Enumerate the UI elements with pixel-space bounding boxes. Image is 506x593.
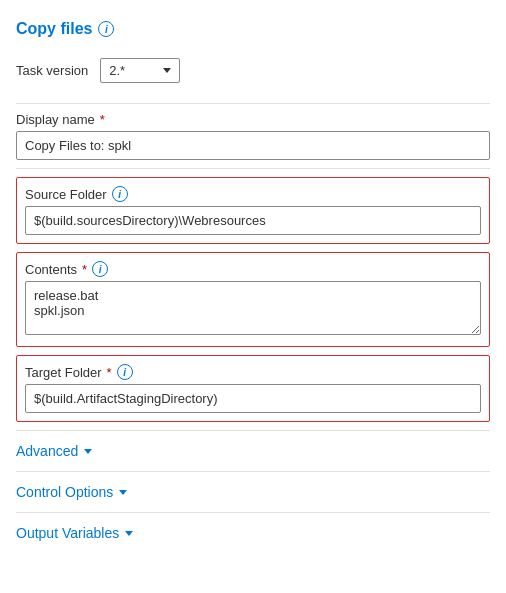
advanced-chevron-icon <box>84 449 92 454</box>
source-folder-label: Source Folder <box>25 187 107 202</box>
target-folder-label-row: Target Folder * i <box>25 364 481 380</box>
target-folder-label: Target Folder <box>25 365 102 380</box>
source-folder-info-icon[interactable]: i <box>112 186 128 202</box>
contents-section: Contents * i release.bat spkl.json <box>16 252 490 347</box>
output-variables-label: Output Variables <box>16 525 119 541</box>
advanced-label: Advanced <box>16 443 78 459</box>
page-title: Copy files <box>16 20 92 38</box>
display-name-label: Display name * <box>16 112 490 127</box>
contents-required-star: * <box>82 262 87 277</box>
output-variables-section[interactable]: Output Variables <box>16 512 490 553</box>
contents-input[interactable]: release.bat spkl.json <box>25 281 481 335</box>
target-folder-section: Target Folder * i <box>16 355 490 422</box>
divider-after-display-name <box>16 168 490 169</box>
source-folder-label-row: Source Folder i <box>25 186 481 202</box>
contents-label-row: Contents * i <box>25 261 481 277</box>
source-folder-input[interactable] <box>25 206 481 235</box>
divider-top <box>16 103 490 104</box>
chevron-down-icon <box>163 68 171 73</box>
control-options-label: Control Options <box>16 484 113 500</box>
source-folder-section: Source Folder i <box>16 177 490 244</box>
contents-info-icon[interactable]: i <box>92 261 108 277</box>
task-version-value: 2.* <box>109 63 125 78</box>
required-star: * <box>100 112 105 127</box>
page-title-row: Copy files i <box>16 20 490 38</box>
target-folder-required-star: * <box>107 365 112 380</box>
control-options-chevron-icon <box>119 490 127 495</box>
task-version-row: Task version 2.* <box>16 58 490 83</box>
task-version-select[interactable]: 2.* <box>100 58 180 83</box>
target-folder-info-icon[interactable]: i <box>117 364 133 380</box>
target-folder-input[interactable] <box>25 384 481 413</box>
output-variables-chevron-icon <box>125 531 133 536</box>
contents-label: Contents <box>25 262 77 277</box>
display-name-input[interactable] <box>16 131 490 160</box>
advanced-section[interactable]: Advanced <box>16 430 490 471</box>
title-info-icon[interactable]: i <box>98 21 114 37</box>
task-version-label: Task version <box>16 63 88 78</box>
control-options-section[interactable]: Control Options <box>16 471 490 512</box>
display-name-section: Display name * <box>16 112 490 160</box>
